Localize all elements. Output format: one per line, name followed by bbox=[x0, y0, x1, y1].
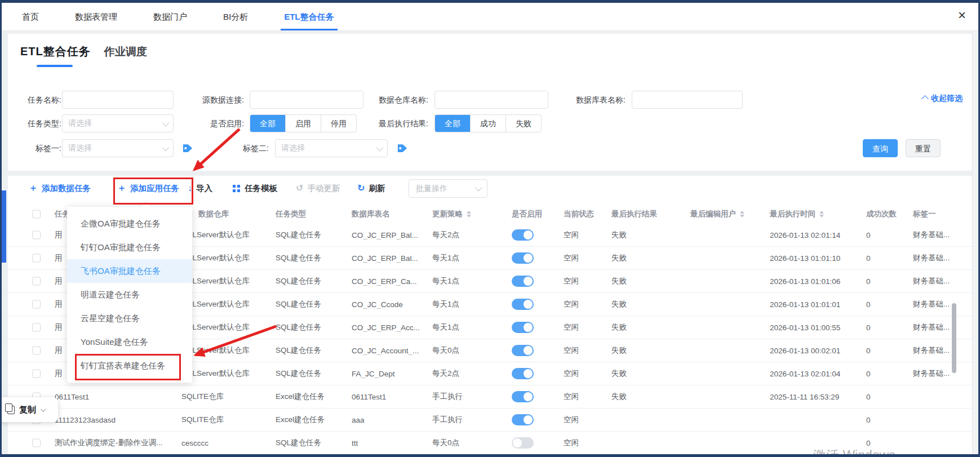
task-type-select[interactable]: 请选择 bbox=[62, 114, 174, 132]
result-option-成功[interactable]: 成功 bbox=[470, 115, 505, 132]
tag-icon[interactable] bbox=[182, 143, 193, 154]
tag2-select[interactable]: 请选择 bbox=[275, 139, 388, 157]
tag2-label: 标签二: bbox=[229, 139, 269, 157]
sort-caret-icon[interactable] bbox=[819, 211, 824, 218]
enabled-toggle[interactable] bbox=[512, 299, 534, 310]
result-option-全部[interactable]: 全部 bbox=[435, 115, 470, 132]
cell-result: 失败 bbox=[611, 299, 627, 309]
task-name-input[interactable] bbox=[62, 91, 174, 109]
enabled-toggle[interactable] bbox=[512, 345, 534, 356]
sort-asc-icon bbox=[740, 211, 744, 214]
warehouse-name-input[interactable] bbox=[434, 91, 548, 109]
tab-etl-tasks[interactable]: ETL整合任务 bbox=[20, 44, 91, 59]
source-conn-input[interactable] bbox=[250, 91, 363, 109]
row-checkbox[interactable] bbox=[32, 370, 41, 378]
query-button[interactable]: 查询 bbox=[863, 139, 898, 157]
column-header-label: 成功次数 bbox=[866, 209, 897, 219]
collapse-filters-link[interactable]: 收起筛选 bbox=[923, 94, 963, 104]
enabled-option-全部[interactable]: 全部 bbox=[250, 115, 285, 132]
cell-type: SQL建仓任务 bbox=[276, 230, 321, 240]
toolbar-button-3[interactable]: ↓导入 bbox=[188, 182, 212, 194]
sort-asc-icon bbox=[467, 211, 471, 214]
column-header-tag: 标签一 bbox=[913, 209, 936, 219]
row-checkbox[interactable] bbox=[32, 323, 41, 332]
chevron-down-icon bbox=[41, 406, 46, 412]
cell-tag: 财务基础... bbox=[913, 345, 950, 356]
column-header-strategy[interactable]: 更新策略 bbox=[432, 209, 471, 219]
menu-item-6[interactable]: YonSuite建仓任务 bbox=[67, 330, 192, 354]
close-icon[interactable]: × bbox=[958, 8, 966, 22]
cell-tbl: FA_JC_Dept bbox=[352, 370, 395, 378]
cell-strategy: 每天0点 bbox=[432, 438, 459, 448]
tag-icon[interactable] bbox=[397, 143, 408, 154]
tag1-select[interactable]: 请选择 bbox=[62, 139, 174, 157]
menu-item-1[interactable]: 企微OA审批建仓任务 bbox=[67, 212, 192, 236]
cell-tbl: aaa bbox=[352, 416, 365, 424]
enabled-toggle[interactable] bbox=[512, 252, 534, 264]
enabled-toggle[interactable] bbox=[512, 322, 534, 333]
toolbar-button-1[interactable]: ＋添加数据任务 bbox=[29, 182, 91, 194]
cell-time: 2026-01-13 02:01:04 bbox=[770, 370, 840, 378]
menu-item-2[interactable]: 钉钉OA审批建仓任务 bbox=[67, 236, 192, 259]
header-checkbox[interactable] bbox=[32, 210, 41, 219]
cell-strategy: 手工执行 bbox=[432, 415, 463, 425]
row-checkbox[interactable] bbox=[32, 300, 41, 309]
left-edge-highlight bbox=[2, 190, 6, 263]
toolbar-button-5: ↺手动更新 bbox=[296, 182, 340, 194]
row-checkbox[interactable] bbox=[32, 231, 41, 239]
result-option-失败[interactable]: 失败 bbox=[505, 115, 541, 132]
toolbar-button-2[interactable]: ＋添加应用任务 bbox=[117, 182, 179, 194]
column-header-time[interactable]: 最后执行时间 bbox=[770, 209, 824, 219]
cell-success: 0 bbox=[866, 254, 871, 263]
copy-popover[interactable]: 复制 bbox=[0, 397, 58, 422]
row-checkbox[interactable] bbox=[32, 254, 41, 263]
nav-tab-数据门户[interactable]: 数据门户 bbox=[150, 3, 190, 30]
cell-success: 0 bbox=[866, 439, 871, 447]
enabled-filter-segment: 全部启用停用 bbox=[250, 114, 357, 132]
enabled-toggle[interactable] bbox=[512, 391, 534, 402]
nav-tab-BI分析[interactable]: BI分析 bbox=[220, 3, 251, 30]
enabled-toggle[interactable] bbox=[512, 368, 534, 379]
toolbar-button-6[interactable]: ↻刷新 bbox=[357, 182, 385, 194]
nav-tab-数据表管理[interactable]: 数据表管理 bbox=[72, 3, 121, 30]
batch-actions-select[interactable]: 批量操作 bbox=[409, 179, 487, 198]
nav-tab-首页[interactable]: 首页 bbox=[19, 3, 42, 30]
column-header-label: 最后执行时间 bbox=[770, 209, 815, 219]
enabled-toggle[interactable] bbox=[512, 276, 534, 287]
sort-caret-icon[interactable] bbox=[740, 211, 744, 218]
row-checkbox[interactable] bbox=[32, 277, 41, 286]
enabled-toggle[interactable] bbox=[512, 414, 534, 425]
cell-tbl: CO_JC_ERP_Ca... bbox=[352, 277, 417, 286]
sort-caret-icon[interactable] bbox=[467, 211, 471, 218]
cell-warehouse: SQLITE仓库 bbox=[181, 415, 224, 425]
enabled-option-启用[interactable]: 启用 bbox=[285, 115, 321, 132]
reset-button[interactable]: 重置 bbox=[906, 139, 941, 157]
db-table-name-input[interactable] bbox=[632, 91, 743, 109]
cell-result: 失败 bbox=[611, 230, 627, 240]
column-header-label: 更新策略 bbox=[432, 209, 463, 219]
menu-item-5[interactable]: 云星空建仓任务 bbox=[67, 307, 192, 330]
nav-tab-ETL整合任务[interactable]: ETL整合任务 bbox=[281, 3, 337, 30]
row-checkbox[interactable] bbox=[32, 439, 41, 447]
menu-item-4[interactable]: 明道云建仓任务 bbox=[67, 283, 192, 307]
menu-item-3[interactable]: 飞书OA审批建仓任务 bbox=[67, 259, 192, 283]
sort-desc-icon bbox=[740, 215, 744, 218]
column-header-editor[interactable]: 最后编辑用户 bbox=[690, 209, 744, 219]
row-checkbox[interactable] bbox=[32, 347, 41, 355]
enabled-toggle[interactable] bbox=[512, 437, 534, 449]
toolbar-button-4[interactable]: 任务模板 bbox=[233, 182, 277, 194]
tab-job-schedule[interactable]: 作业调度 bbox=[104, 45, 147, 59]
db-table-name-label: 数据库表名称: bbox=[562, 91, 626, 109]
menu-item-7[interactable]: 钉钉宜搭表单建仓任务 bbox=[67, 354, 192, 378]
cell-tag: 财务基础... bbox=[913, 299, 950, 309]
cell-status: 空闲 bbox=[564, 369, 579, 379]
enabled-toggle[interactable] bbox=[512, 229, 534, 241]
window-scrollbar-track[interactable] bbox=[972, 31, 978, 454]
table-scrollbar-thumb[interactable] bbox=[952, 303, 956, 373]
column-header-result: 最后执行结果 bbox=[611, 209, 657, 219]
grid-icon bbox=[233, 185, 236, 188]
table-row: 111123123asdasdSQLITE仓库Excel建仓任务aaa手工执行空… bbox=[8, 409, 973, 432]
enabled-option-停用[interactable]: 停用 bbox=[321, 115, 356, 132]
toolbar-button-label: 添加数据任务 bbox=[42, 183, 91, 194]
cell-result: 失败 bbox=[611, 369, 627, 379]
